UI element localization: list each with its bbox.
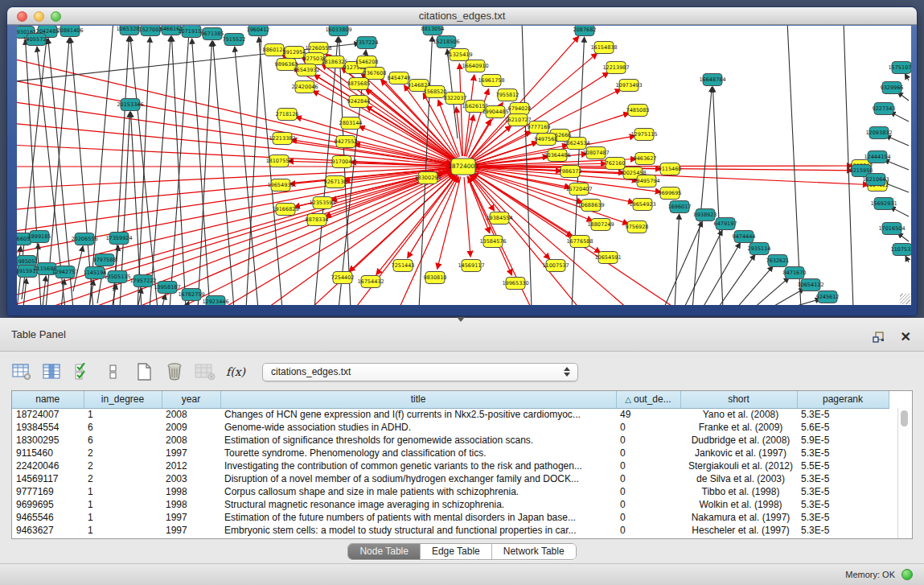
network-node[interactable]: 19384554: [486, 212, 512, 225]
table-cell[interactable]: 9465546: [12, 511, 84, 524]
column-header-pagerank[interactable]: pagerank: [797, 391, 889, 408]
table-cell[interactable]: 5.5E-5: [797, 459, 889, 472]
splitter-handle-icon[interactable]: [457, 317, 465, 322]
network-node[interactable]: 18300295: [414, 172, 441, 184]
network-node[interactable]: 762160: [606, 158, 626, 170]
network-node[interactable]: 9115460: [659, 163, 682, 175]
network-node[interactable]: 13505135: [104, 271, 130, 283]
network-node[interactable]: 20364486: [544, 150, 570, 162]
column-header-title[interactable]: title: [220, 391, 616, 408]
table-cell[interactable]: Tibbo et al. (1998): [680, 485, 797, 498]
network-node[interactable]: 9245612: [816, 291, 840, 303]
canvas-resize-grip[interactable]: [900, 294, 910, 304]
network-node[interactable]: 9427552: [335, 136, 358, 148]
table-cell[interactable]: 2009: [162, 421, 220, 434]
table-cell[interactable]: Hescheler et al. (1997): [680, 524, 797, 537]
table-scrollbar[interactable]: [897, 408, 910, 538]
network-node[interactable]: 19495794: [633, 175, 659, 187]
network-node[interactable]: 1899185: [28, 231, 51, 243]
network-node[interactable]: 2087682: [573, 26, 597, 36]
table-cell[interactable]: 0: [616, 459, 680, 472]
network-node[interactable]: 1145194: [84, 267, 107, 279]
table-cell[interactable]: 2: [84, 459, 162, 472]
network-node[interactable]: 12213987: [602, 62, 629, 74]
table-row[interactable]: 1456911722003Disruption of a novel membe…: [12, 472, 889, 485]
table-cell[interactable]: 5.9E-5: [797, 434, 889, 447]
table-cell[interactable]: 5.3E-5: [797, 408, 889, 421]
table-row[interactable]: 1830029562008Estimation of significance …: [12, 434, 889, 447]
table-cell[interactable]: 5.3E-5: [797, 511, 889, 524]
table-row[interactable]: 1938455462009Genome-wide association stu…: [12, 421, 889, 434]
network-canvas[interactable]: 1872400718300295193845542242004698963632…: [17, 26, 911, 305]
network-node[interactable]: 19965330: [502, 278, 528, 290]
table-cell[interactable]: 2012: [162, 459, 220, 472]
column-settings-icon[interactable]: [11, 361, 32, 382]
table-cell[interactable]: 5.6E-5: [797, 421, 889, 434]
network-node[interactable]: 16961758: [478, 75, 504, 87]
select-all-icon[interactable]: [72, 361, 93, 382]
network-node[interactable]: 12942757: [51, 266, 78, 278]
table-cell[interactable]: Structural magnetic resonance image aver…: [220, 498, 616, 511]
network-node[interactable]: 7251443: [392, 260, 415, 272]
network-node[interactable]: 7955812: [496, 89, 519, 101]
network-node[interactable]: 7632621: [766, 255, 790, 267]
table-cell[interactable]: Wolkin et al. (1998): [680, 498, 797, 511]
network-node[interactable]: 15218506: [433, 36, 459, 48]
table-cell[interactable]: 1998: [162, 485, 220, 498]
network-node[interactable]: 9756928: [626, 221, 649, 233]
table-cell[interactable]: Genome-wide association studies in ADHD.: [220, 421, 616, 434]
network-node[interactable]: 16648784: [699, 74, 725, 86]
table-cell[interactable]: Disruption of a novel member of a sodium…: [220, 472, 616, 485]
table-cell[interactable]: Nakamura et al. (1997): [680, 511, 797, 524]
table-row[interactable]: 2242004622012Investigating the contribut…: [12, 459, 889, 472]
memory-status-indicator[interactable]: [901, 569, 913, 580]
network-node[interactable]: 20891406: [56, 26, 83, 37]
network-node[interactable]: 9699695: [659, 187, 682, 200]
network-node[interactable]: 10973493: [615, 80, 642, 92]
network-node[interactable]: 20206556: [71, 233, 97, 245]
network-node[interactable]: 9242844: [347, 96, 371, 108]
network-node[interactable]: 1107533: [891, 244, 911, 256]
network-node[interactable]: 7986372: [559, 166, 582, 178]
network-node[interactable]: 18107554: [265, 155, 292, 167]
table-cell[interactable]: 0: [616, 421, 680, 434]
network-node[interactable]: 13584576: [479, 236, 506, 248]
table-cell[interactable]: 0: [616, 485, 680, 498]
network-node[interactable]: 18724007: [448, 159, 478, 175]
table-cell[interactable]: Tourette syndrome. Phenomenology and cla…: [220, 447, 616, 459]
network-node[interactable]: 8471670: [783, 267, 807, 279]
table-cell[interactable]: Dudbridge et al. (2008): [680, 434, 797, 447]
network-node[interactable]: 17957222: [129, 275, 156, 287]
network-node[interactable]: 16154838: [590, 42, 617, 54]
table-cell[interactable]: 22420046: [12, 459, 84, 472]
table-cell[interactable]: 1997: [162, 524, 220, 537]
network-node[interactable]: 9671385: [201, 28, 224, 40]
table-cell[interactable]: Estimation of significance thresholds fo…: [220, 434, 616, 447]
table-cell[interactable]: 2003: [162, 472, 220, 485]
table-row[interactable]: 969969511998Structural magnetic resonanc…: [12, 498, 889, 511]
network-node[interactable]: 8938923: [694, 209, 717, 221]
network-node[interactable]: 8878334: [306, 214, 329, 226]
network-node[interactable]: 10688639: [577, 200, 604, 212]
table-cell[interactable]: 18724007: [12, 408, 84, 421]
table-row[interactable]: 1872400712008Changes of HCN gene express…: [12, 408, 889, 421]
network-node[interactable]: 12353593: [309, 197, 335, 209]
network-node[interactable]: 9830810: [424, 272, 447, 284]
table-cell[interactable]: 9463627: [12, 524, 84, 537]
table-cell[interactable]: Changes of HCN gene expression and I(f) …: [220, 408, 616, 421]
table-cell[interactable]: 5.3E-5: [797, 485, 889, 498]
network-node[interactable]: 7254402: [331, 272, 355, 284]
network-node[interactable]: 11325419: [446, 49, 472, 61]
network-node[interactable]: 9497568: [535, 134, 558, 146]
tab-network-table[interactable]: Network Table: [492, 544, 576, 559]
table-cell[interactable]: 1997: [162, 447, 220, 459]
new-table-icon[interactable]: [133, 361, 154, 382]
network-node[interactable]: 16782759: [178, 289, 204, 301]
table-selector[interactable]: citations_edges.txt: [262, 363, 578, 381]
network-node[interactable]: 16640910: [462, 60, 488, 72]
function-builder-icon[interactable]: f(x): [225, 361, 246, 382]
table-cell[interactable]: 5.3E-5: [797, 472, 889, 485]
network-node[interactable]: 9474444: [733, 231, 756, 243]
table-cell[interactable]: Jankovic et al. (1997): [680, 447, 797, 459]
network-node[interactable]: 19166829: [272, 204, 298, 216]
